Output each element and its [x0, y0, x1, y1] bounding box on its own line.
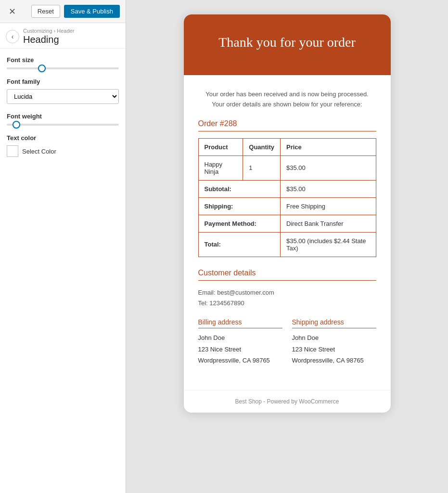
- footer-text: Best Shop - Powered by WooCommerce: [235, 398, 339, 405]
- main-preview: Thank you for your order Your order has …: [126, 0, 448, 493]
- back-button[interactable]: ‹: [6, 30, 19, 43]
- shipping-address-text: John Doe 123 Nice Street Wordpressville,…: [292, 332, 376, 366]
- billing-address-text: John Doe 123 Nice Street Wordpressville,…: [198, 332, 282, 366]
- select-color-button[interactable]: Select Color: [22, 148, 56, 155]
- email-header: Thank you for your order: [184, 14, 391, 75]
- font-size-slider-fill: [7, 67, 40, 69]
- shipping-row: Shipping: Free Shipping: [198, 197, 376, 215]
- font-family-select[interactable]: Lucida Arial Georgia Verdana Times New R…: [7, 89, 119, 104]
- sidebar: ✕ Reset Save & Publish ‹ Customizing › H…: [0, 0, 126, 493]
- font-size-label: Font size: [7, 56, 119, 64]
- font-size-slider-thumb[interactable]: [38, 65, 46, 72]
- order-table: Product Quantity Price Happy Ninja 1 $35…: [198, 138, 376, 257]
- shipping-value: Free Shipping: [281, 197, 376, 215]
- save-publish-button[interactable]: Save & Publish: [64, 5, 120, 18]
- font-weight-group: Font weight: [7, 113, 119, 126]
- table-row: Happy Ninja 1 $35.00: [198, 156, 376, 180]
- order-section-title: Order #288: [198, 119, 376, 131]
- customer-email: Email: best@customer.com: [198, 287, 376, 298]
- breadcrumb-title: Heading: [23, 34, 74, 45]
- table-header-price: Price: [281, 138, 376, 156]
- payment-row: Payment Method: Direct Bank Transfer: [198, 215, 376, 232]
- payment-value: Direct Bank Transfer: [281, 215, 376, 232]
- subtotal-value: $35.00: [281, 180, 376, 197]
- sidebar-controls: Font size Font family Lucida Arial Georg…: [0, 49, 126, 493]
- close-button[interactable]: ✕: [6, 5, 19, 18]
- total-row: Total: $35.00 (includes $2.44 State Tax): [198, 232, 376, 257]
- breadcrumb-text: Customizing › Header Heading: [23, 28, 74, 45]
- product-quantity: 1: [243, 156, 281, 180]
- order-intro: Your order has been received and is now …: [198, 90, 376, 110]
- subtotal-row: Subtotal: $35.00: [198, 180, 376, 197]
- email-header-title: Thank you for your order: [198, 34, 376, 51]
- total-value: $35.00 (includes $2.44 State Tax): [281, 232, 376, 257]
- email-footer: Best Shop - Powered by WooCommerce: [184, 390, 391, 413]
- topbar: ✕ Reset Save & Publish: [0, 0, 126, 23]
- shipping-address-block: Shipping address John Doe 123 Nice Stree…: [292, 318, 376, 366]
- breadcrumb-nav: Customizing › Header: [23, 28, 74, 34]
- addresses-row: Billing address John Doe 123 Nice Street…: [198, 318, 376, 366]
- email-body: Your order has been received and is now …: [184, 75, 391, 390]
- topbar-actions: Reset Save & Publish: [31, 5, 120, 18]
- font-family-label: Font family: [7, 78, 119, 85]
- product-price: $35.00: [281, 156, 376, 180]
- breadcrumb-area: ‹ Customizing › Header Heading: [0, 23, 126, 49]
- email-preview-card: Thank you for your order Your order has …: [184, 14, 391, 413]
- font-weight-slider-thumb[interactable]: [13, 121, 20, 129]
- payment-label: Payment Method:: [198, 215, 281, 232]
- table-header-product: Product: [198, 138, 243, 156]
- total-label: Total:: [198, 232, 281, 257]
- font-weight-label: Font weight: [7, 113, 119, 120]
- customer-section-title: Customer details: [198, 269, 376, 281]
- customer-details: Email: best@customer.com Tel: 1234567890: [198, 287, 376, 309]
- font-family-group: Font family Lucida Arial Georgia Verdana…: [7, 78, 119, 104]
- shipping-address-title: Shipping address: [292, 318, 376, 328]
- product-name: Happy Ninja: [198, 156, 243, 180]
- font-size-slider-track[interactable]: [7, 67, 119, 69]
- billing-address-title: Billing address: [198, 318, 282, 328]
- text-color-group: Text color Select Color: [7, 134, 119, 157]
- font-weight-slider-track[interactable]: [7, 124, 119, 126]
- color-swatch[interactable]: [7, 145, 18, 157]
- text-color-label: Text color: [7, 134, 119, 142]
- shipping-label: Shipping:: [198, 197, 281, 215]
- subtotal-label: Subtotal:: [198, 180, 281, 197]
- reset-button[interactable]: Reset: [31, 5, 60, 18]
- billing-address-block: Billing address John Doe 123 Nice Street…: [198, 318, 282, 366]
- font-size-group: Font size: [7, 56, 119, 69]
- customer-tel: Tel: 1234567890: [198, 298, 376, 309]
- table-header-quantity: Quantity: [243, 138, 281, 156]
- color-control: Select Color: [7, 145, 119, 157]
